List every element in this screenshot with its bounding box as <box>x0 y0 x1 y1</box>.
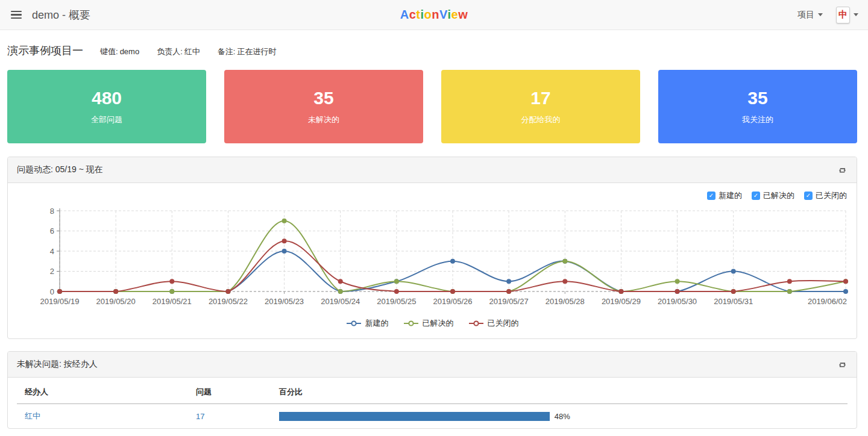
trend-panel-title: 问题动态: 05/19 ~ 现在 <box>17 164 103 175</box>
refresh-button[interactable] <box>837 165 848 175</box>
assignee-link[interactable]: 红中 <box>25 411 40 420</box>
svg-text:4: 4 <box>50 247 54 256</box>
app-logo[interactable]: ActionView <box>400 8 468 22</box>
svg-text:2019/05/27: 2019/05/27 <box>489 297 529 306</box>
svg-text:2019/05/30: 2019/05/30 <box>658 297 697 306</box>
col-header-assignee: 经办人 <box>17 378 188 404</box>
legend-marker-icon <box>346 320 362 327</box>
checkbox-checked-icon: ✓ <box>804 192 813 200</box>
trend-panel: 问题动态: 05/19 ~ 现在 ✓ 新建的 ✓ 已解决的 ✓ 已关闭的 <box>7 157 857 339</box>
legend-item[interactable]: 已关闭的 <box>468 318 519 329</box>
chart-legend: 新建的已解决的已关闭的 <box>16 318 848 329</box>
refresh-icon <box>838 166 847 175</box>
svg-text:0: 0 <box>50 287 54 296</box>
svg-text:2019/05/22: 2019/05/22 <box>209 297 248 306</box>
meta-key: 键值:demo <box>100 46 141 57</box>
legend-marker-icon <box>468 320 484 327</box>
svg-text:2019/05/23: 2019/05/23 <box>265 297 304 306</box>
assignee-table: 经办人 问题 百分比 红中 17 48% <box>17 378 848 428</box>
svg-text:2019/05/29: 2019/05/29 <box>602 297 641 306</box>
svg-text:2019/05/28: 2019/05/28 <box>546 297 585 306</box>
stat-card-unresolved[interactable]: 35 未解决的 <box>224 70 423 143</box>
svg-text:2019/05/26: 2019/05/26 <box>433 297 472 306</box>
project-meta: 键值:demo 负责人:红中 备注:正在进行时 <box>100 46 278 57</box>
svg-text:2019/05/24: 2019/05/24 <box>321 297 360 306</box>
percent-bar <box>279 412 550 421</box>
svg-text:8: 8 <box>50 207 54 216</box>
stat-card-assigned-to-me[interactable]: 17 分配给我的 <box>441 70 640 143</box>
svg-text:2019/05/21: 2019/05/21 <box>153 297 192 306</box>
svg-text:2: 2 <box>50 267 54 276</box>
trend-chart: 024682019/05/192019/05/202019/05/212019/… <box>16 206 848 311</box>
avatar: 中 <box>836 7 850 23</box>
table-row: 红中 17 48% <box>17 404 848 429</box>
percent-label: 48% <box>555 412 570 421</box>
col-header-percent: 百分比 <box>271 378 848 404</box>
chevron-down-icon <box>854 13 858 16</box>
svg-text:2019/06/02: 2019/06/02 <box>808 297 847 306</box>
refresh-button[interactable] <box>837 360 848 370</box>
svg-text:2019/05/19: 2019/05/19 <box>40 297 79 306</box>
checkbox-checked-icon: ✓ <box>752 192 760 200</box>
assignee-panel-title: 未解决问题: 按经办人 <box>17 359 98 370</box>
page-title: 演示事例项目一 <box>7 43 83 58</box>
project-menu[interactable]: 项目 <box>797 10 823 20</box>
stat-cards: 480 全部问题 35 未解决的 17 分配给我的 35 我关注的 <box>7 70 857 143</box>
assignee-panel: 未解决问题: 按经办人 经办人 问题 百分比 红中 17 <box>7 351 857 429</box>
user-menu[interactable]: 中 <box>836 7 858 23</box>
page-header: 演示事例项目一 键值:demo 负责人:红中 备注:正在进行时 <box>7 43 857 58</box>
meta-note: 备注:正在进行时 <box>218 46 278 57</box>
stat-card-all-issues[interactable]: 480 全部问题 <box>7 70 206 143</box>
checkbox-closed[interactable]: ✓ 已关闭的 <box>804 190 847 201</box>
checkbox-checked-icon: ✓ <box>707 192 715 200</box>
chevron-down-icon <box>818 13 823 16</box>
svg-text:6: 6 <box>50 226 54 235</box>
stat-card-watched[interactable]: 35 我关注的 <box>658 70 857 143</box>
svg-text:2019/05/25: 2019/05/25 <box>377 297 416 306</box>
svg-text:2019/05/20: 2019/05/20 <box>96 297 136 306</box>
navbar-title: demo - 概要 <box>32 8 90 22</box>
checkbox-new[interactable]: ✓ 新建的 <box>707 190 742 201</box>
checkbox-resolved[interactable]: ✓ 已解决的 <box>752 190 794 201</box>
project-menu-label: 项目 <box>797 10 814 20</box>
series-toggles: ✓ 新建的 ✓ 已解决的 ✓ 已关闭的 <box>16 190 847 201</box>
hamburger-icon[interactable] <box>10 8 23 22</box>
meta-owner: 负责人:红中 <box>157 46 202 57</box>
svg-text:2019/05/31: 2019/05/31 <box>714 297 753 306</box>
legend-marker-icon <box>403 320 419 327</box>
top-navbar: demo - 概要 ActionView 项目 中 <box>0 0 868 30</box>
legend-item[interactable]: 新建的 <box>346 318 389 329</box>
issue-count-link[interactable]: 17 <box>196 412 204 421</box>
col-header-issues: 问题 <box>188 378 271 404</box>
legend-item[interactable]: 已解决的 <box>403 318 454 329</box>
refresh-icon <box>838 360 847 369</box>
